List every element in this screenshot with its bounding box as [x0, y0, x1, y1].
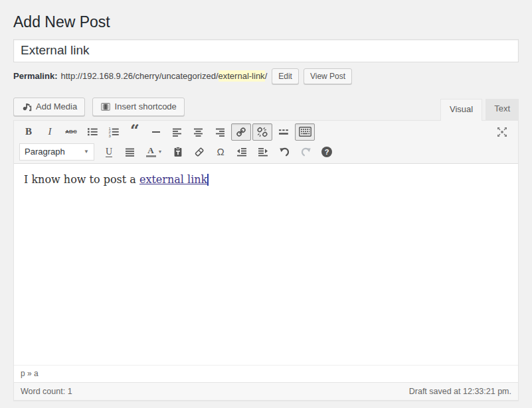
blockquote-button[interactable]: “ — [125, 123, 145, 141]
insert-shortcode-button[interactable]: Insert shortcode — [92, 98, 185, 116]
text-color-icon: A — [146, 146, 156, 157]
insert-more-tag-button[interactable] — [274, 123, 294, 141]
blockquote-icon: “ — [130, 127, 139, 137]
align-left-button[interactable] — [167, 123, 187, 141]
italic-button[interactable]: I — [40, 123, 60, 141]
content-text: I know how to post a — [24, 173, 139, 186]
undo-icon — [279, 146, 290, 157]
horizontal-rule-icon — [152, 131, 160, 133]
bulleted-list-button[interactable] — [82, 123, 102, 141]
numbered-list-button[interactable]: 1 2 3 — [104, 123, 124, 141]
insert-link-button[interactable] — [231, 123, 251, 141]
align-left-icon — [172, 127, 183, 137]
tinymce-toolbar: B I ABC — [14, 121, 518, 164]
add-media-icon — [21, 102, 32, 112]
distraction-free-button[interactable] — [492, 123, 512, 141]
toolbar-row-1: B I ABC — [18, 122, 514, 142]
outdent-icon — [236, 147, 247, 157]
word-count-label: Word count: — [21, 387, 65, 396]
unlink-icon — [257, 127, 268, 137]
tab-text[interactable]: Text — [486, 99, 519, 120]
permalink-row: Permalink: http://192.168.9.26/cherry/un… — [13, 68, 519, 84]
redo-button[interactable] — [296, 143, 315, 161]
strikethrough-icon: ABC — [65, 129, 76, 135]
chevron-down-icon: ▼ — [84, 149, 89, 155]
editor-tools: Add Media Insert shortcode Visual Text — [13, 98, 519, 120]
keyboard-icon — [299, 127, 311, 137]
omega-icon: Ω — [217, 146, 224, 157]
permalink-label: Permalink: — [13, 71, 57, 81]
editor-container: B I ABC — [13, 120, 519, 401]
element-path[interactable]: p » a — [21, 369, 39, 378]
post-status-bar: Word count: 1 Draft saved at 12:33:21 pm… — [14, 382, 518, 400]
underline-icon: U — [106, 147, 112, 157]
post-content-editor[interactable]: I know how to post a external link — [14, 164, 518, 365]
align-right-icon — [215, 127, 225, 137]
insert-shortcode-label: Insert shortcode — [115, 102, 177, 111]
tab-visual[interactable]: Visual — [440, 99, 482, 121]
align-center-icon — [193, 127, 204, 137]
align-right-button[interactable] — [210, 123, 230, 141]
add-media-button[interactable]: Add Media — [13, 98, 85, 116]
page-title: Add New Post — [13, 7, 519, 39]
permalink-suffix: / — [265, 71, 268, 81]
shortcode-brackets-icon — [100, 102, 111, 112]
draft-saved-status: Draft saved at 12:33:21 pm. — [409, 387, 511, 396]
horizontal-rule-button[interactable] — [146, 123, 166, 141]
paste-as-text-button[interactable] — [168, 143, 188, 161]
bold-button[interactable]: B — [19, 123, 39, 141]
external-link-anchor[interactable]: external link — [139, 173, 207, 186]
fullscreen-arrows-icon — [497, 127, 507, 137]
justify-button[interactable] — [120, 143, 140, 161]
view-post-button[interactable]: View Post — [304, 68, 352, 84]
text-color-button[interactable]: A ▼ — [141, 143, 167, 161]
element-path-bar: p » a — [14, 365, 518, 382]
underline-button[interactable]: U — [99, 143, 119, 161]
toolbar-row-2: Paragraph ▼ U A — [18, 142, 514, 162]
toolbar-toggle-button[interactable] — [295, 123, 315, 141]
indent-icon — [258, 147, 268, 157]
media-buttons: Add Media Insert shortcode — [13, 98, 189, 120]
format-dropdown-value: Paragraph — [25, 147, 65, 157]
content-paragraph: I know how to post a external link — [24, 172, 508, 188]
eraser-icon — [194, 147, 205, 157]
outdent-button[interactable] — [232, 143, 252, 161]
permalink-url-prefix: http://192.168.9.26/cherry/uncategorized… — [60, 71, 218, 81]
paragraph-format-dropdown[interactable]: Paragraph ▼ — [19, 143, 94, 161]
svg-text:3: 3 — [108, 134, 111, 137]
editor-mode-tabs: Visual Text — [440, 99, 519, 120]
bold-icon: B — [25, 126, 32, 137]
post-title-input[interactable] — [13, 39, 519, 62]
strikethrough-button[interactable]: ABC — [61, 123, 81, 141]
word-count-value: 1 — [68, 387, 72, 396]
indent-button[interactable] — [253, 143, 273, 161]
word-count: Word count: 1 — [21, 387, 72, 396]
text-cursor — [207, 174, 209, 186]
chevron-down-icon: ▼ — [158, 149, 163, 154]
permalink-slug: external-link — [219, 70, 265, 82]
link-icon — [236, 127, 246, 137]
paste-text-icon — [173, 147, 183, 157]
justify-icon — [125, 147, 135, 157]
redo-icon — [300, 146, 311, 157]
special-character-button[interactable]: Ω — [211, 143, 230, 161]
add-new-post-page: Add New Post Permalink: http://192.168.9… — [0, 0, 532, 401]
more-tag-icon — [278, 127, 289, 137]
add-media-label: Add Media — [36, 102, 77, 111]
italic-icon: I — [48, 126, 52, 137]
align-center-button[interactable] — [189, 123, 209, 141]
numbered-list-icon: 1 2 3 — [108, 126, 120, 137]
bulleted-list-icon — [87, 126, 98, 137]
help-button[interactable]: ? — [317, 143, 337, 161]
help-icon: ? — [321, 147, 332, 157]
remove-link-button[interactable] — [252, 123, 272, 141]
clear-formatting-button[interactable] — [189, 143, 209, 161]
undo-button[interactable] — [274, 143, 294, 161]
edit-permalink-button[interactable]: Edit — [272, 68, 299, 84]
